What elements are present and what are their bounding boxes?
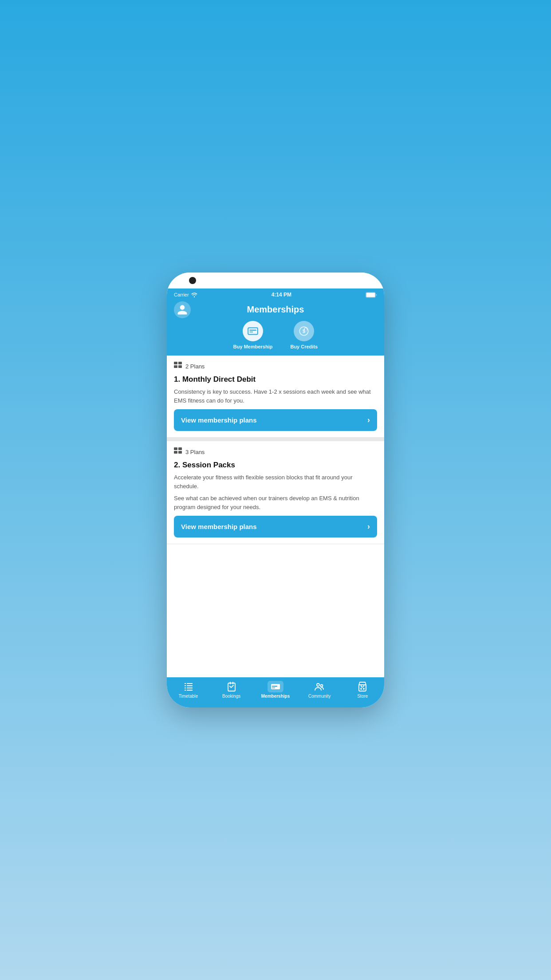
svg-rect-16	[178, 451, 182, 454]
camera-dot	[189, 277, 196, 284]
community-icon-wrapper	[311, 681, 327, 692]
plan-desc-2a: Accelerate your fitness with flexible se…	[174, 473, 377, 490]
avatar-icon[interactable]	[174, 301, 191, 318]
phone-shell: Carrier 4:14 PM	[167, 273, 384, 707]
nav-memberships[interactable]: Memberships	[261, 681, 290, 699]
buy-credits-label: Buy Credits	[290, 344, 318, 349]
svg-rect-19	[185, 685, 186, 686]
wifi-icon	[191, 292, 197, 297]
svg-rect-2	[248, 328, 258, 334]
store-icon	[357, 681, 368, 692]
svg-rect-1	[366, 292, 375, 297]
carrier-text: Carrier	[174, 292, 189, 297]
plan-count-row-1: 2 Plans	[174, 362, 377, 371]
svg-rect-27	[272, 686, 277, 687]
store-label: Store	[357, 694, 368, 699]
svg-rect-14	[178, 447, 182, 450]
plan-count-text-1: 2 Plans	[185, 363, 205, 370]
view-plans-button-2[interactable]: View membership plans ›	[174, 516, 377, 537]
buy-membership-label: Buy Membership	[233, 344, 273, 349]
phone-top-bar	[167, 273, 384, 288]
buy-membership-button[interactable]: Buy Membership	[233, 321, 273, 349]
nav-store[interactable]: Store	[349, 681, 376, 699]
chevron-icon-1: ›	[367, 415, 370, 425]
bottom-nav: Timetable Bookings Memberships	[167, 677, 384, 707]
plan-count-icon-1	[174, 362, 182, 371]
store-icon-wrapper	[354, 681, 370, 692]
content-scroll: 2 Plans 1. Monthly Direct Debit Consiste…	[167, 356, 384, 677]
svg-rect-3	[250, 330, 256, 331]
svg-rect-12	[178, 365, 182, 368]
buy-credits-button[interactable]: $ $ Buy Credits	[290, 321, 318, 349]
page-title: Memberships	[247, 304, 304, 315]
svg-point-32	[363, 688, 364, 689]
svg-rect-24	[187, 690, 193, 691]
view-plans-label-2: View membership plans	[181, 523, 257, 530]
svg-point-30	[321, 685, 323, 687]
status-right	[366, 292, 377, 298]
svg-rect-17	[185, 683, 186, 684]
svg-rect-11	[174, 365, 177, 368]
buy-membership-icon-circle	[243, 321, 263, 341]
bookings-label: Bookings	[222, 694, 240, 699]
view-plans-button-1[interactable]: View membership plans ›	[174, 409, 377, 431]
plan-title-2: 2. Session Packs	[174, 461, 377, 470]
svg-point-31	[361, 688, 362, 689]
app-header: Memberships Buy Membership	[167, 301, 384, 356]
svg-point-29	[317, 684, 319, 686]
plan-title-1: 1. Monthly Direct Debit	[174, 375, 377, 384]
timetable-icon-wrapper	[181, 681, 197, 692]
buy-credits-icon-circle: $ $	[294, 321, 314, 341]
plan-desc-2b: See what can be achieved when our traine…	[174, 494, 377, 511]
bookings-icon	[226, 681, 237, 692]
memberships-icon-wrapper	[268, 681, 283, 692]
memberships-icon	[270, 681, 281, 692]
view-plans-label-1: View membership plans	[181, 416, 257, 424]
bookings-icon-wrapper	[224, 681, 240, 692]
memberships-label: Memberships	[261, 694, 290, 699]
svg-text:$: $	[305, 328, 307, 332]
svg-rect-4	[250, 332, 253, 332]
svg-rect-28	[272, 688, 275, 688]
svg-rect-21	[185, 688, 186, 688]
svg-rect-23	[185, 690, 186, 691]
svg-rect-9	[174, 362, 177, 364]
plan-desc-1: Consistency is key to success. Have 1-2 …	[174, 387, 377, 405]
svg-rect-15	[174, 451, 177, 454]
header-actions: Buy Membership $ $ Buy Credits	[174, 321, 377, 349]
section-divider	[167, 438, 384, 441]
svg-rect-18	[187, 683, 193, 684]
nav-community[interactable]: Community	[306, 681, 333, 699]
timetable-label: Timetable	[179, 694, 198, 699]
timetable-icon	[183, 681, 194, 692]
community-label: Community	[308, 694, 331, 699]
community-icon	[314, 681, 325, 692]
status-time: 4:14 PM	[272, 292, 291, 298]
status-left: Carrier	[174, 292, 197, 297]
plan-count-icon-2	[174, 447, 182, 456]
plan-count-text-2: 3 Plans	[185, 449, 205, 455]
battery-icon	[366, 292, 377, 298]
status-bar: Carrier 4:14 PM	[167, 288, 384, 301]
nav-bookings[interactable]: Bookings	[218, 681, 245, 699]
svg-rect-20	[187, 685, 193, 686]
svg-rect-13	[174, 447, 177, 450]
plan-count-row-2: 3 Plans	[174, 447, 377, 456]
svg-rect-22	[187, 688, 193, 688]
plan-section-1: 2 Plans 1. Monthly Direct Debit Consiste…	[167, 356, 384, 438]
plan-section-2: 3 Plans 2. Session Packs Accelerate your…	[167, 441, 384, 544]
svg-rect-10	[178, 362, 182, 364]
chevron-icon-2: ›	[367, 522, 370, 531]
header-row: Memberships	[174, 304, 377, 315]
nav-timetable[interactable]: Timetable	[175, 681, 202, 699]
